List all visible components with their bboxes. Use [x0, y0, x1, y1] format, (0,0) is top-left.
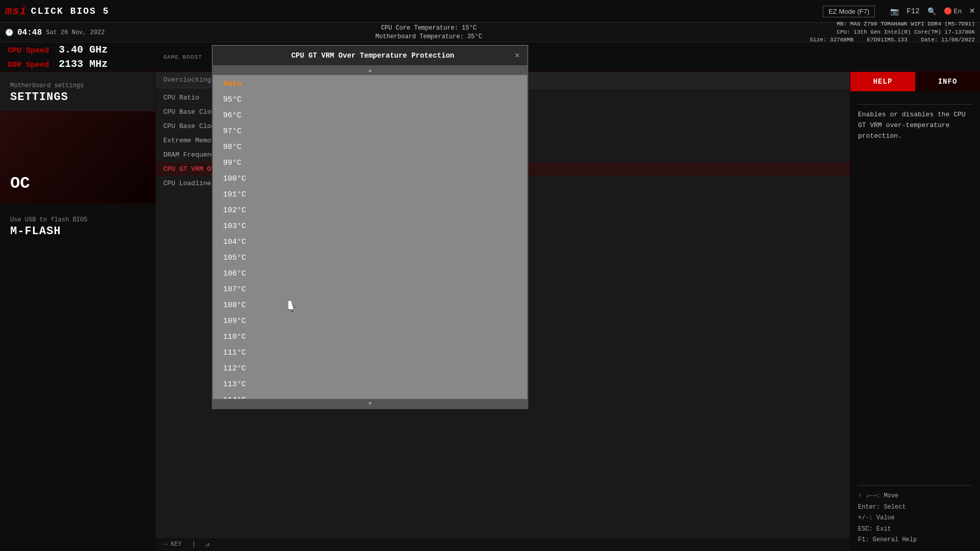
dropdown-list[interactable]: Auto95°C96°C97°C98°C99°C100°C101°C102°C1…: [213, 75, 527, 399]
date-label: Date:: [921, 37, 938, 43]
dropdown-item[interactable]: 106°C: [213, 266, 527, 282]
dropdown-item[interactable]: 111°C: [213, 345, 527, 361]
header-right: [850, 42, 980, 71]
top-right-controls: 📷 F12 🔍 🔴 En ×: [890, 6, 975, 16]
mflash-title: M-FLASH: [10, 225, 145, 238]
help-description: Enables or disables the CPU GT VRM over-…: [858, 110, 972, 141]
dropdown-item[interactable]: 114°C: [213, 392, 527, 399]
cpu-temp-row: CPU Core Temperature: 15°C: [381, 24, 476, 33]
mb-temp-value: 35°C: [468, 33, 482, 40]
nav-key2: ↺: [206, 541, 209, 548]
cpu-speed-label: CPU Speed: [8, 46, 54, 55]
keyboard-shortcuts: ↑ ↓←→: Move Enter: Select +/-: Value ESC…: [850, 480, 980, 551]
mb-name-row: MB: MAG Z790 TOMAHAWK WIFI DDR4 (MS-7D91…: [720, 20, 975, 28]
mflash-subtitle: Use USB to flash BIOS: [10, 216, 145, 223]
time-display: 04:48: [17, 28, 42, 37]
shortcut-enter: Enter: Select: [858, 502, 972, 513]
tab-info[interactable]: INFO: [915, 72, 980, 91]
shortcut-value: +/-: Value: [858, 513, 972, 524]
info-bar: 🕐 04:48 Sat 26 Nov, 2022 CPU Core Temper…: [0, 23, 980, 42]
mb-temp-label: Motherboard Temperature:: [376, 33, 464, 40]
dropdown-item[interactable]: 97°C: [213, 123, 527, 139]
language-button[interactable]: 🔴 En: [944, 7, 962, 15]
tab-help[interactable]: HELP: [850, 72, 915, 91]
left-sidebar: Motherboard settings SETTINGS OC Use USB…: [0, 72, 156, 551]
cpu-temp-label: CPU Core Temperature:: [381, 24, 458, 32]
sidebar-oc[interactable]: OC: [0, 112, 155, 204]
dropdown-title-bar: CPU GT VRM Over Temperature Protection ×: [213, 46, 527, 66]
cpu-name-label: CPU:: [837, 29, 850, 35]
sidebar-settings[interactable]: Motherboard settings SETTINGS: [0, 72, 155, 112]
dropdown-item[interactable]: 108°C: [213, 297, 527, 313]
mb-info-section: MB: MAG Z790 TOMAHAWK WIFI DDR4 (MS-7D91…: [720, 20, 975, 44]
mb-temp-row: Motherboard Temperature: 35°C: [376, 33, 482, 41]
dropdown-item[interactable]: 113°C: [213, 377, 527, 392]
mem-label: Size:: [810, 37, 826, 43]
ez-mode-button[interactable]: EZ Mode (F7): [823, 6, 875, 17]
nav-key1: → KEY: [163, 541, 182, 548]
dropdown-item[interactable]: Auto: [213, 76, 527, 92]
dropdown-item[interactable]: 110°C: [213, 329, 527, 345]
game-boost-label: GAME BOOST: [163, 54, 202, 60]
oc-background: OC: [0, 112, 155, 203]
cpu-temp-value: 15°C: [462, 24, 477, 32]
cpu-speed-row: CPU Speed 3.40 GHz: [8, 44, 148, 56]
mb-value: MAG Z790 TOMAHAWK WIFI DDR4 (MS-7D91): [850, 21, 975, 27]
language-label: En: [954, 8, 962, 15]
help-content: Enables or disables the CPU GT VRM over-…: [850, 91, 980, 480]
shortcut-f1: F1: General Help: [858, 535, 972, 546]
screenshot-icon[interactable]: 📷: [890, 7, 899, 16]
dropdown-item[interactable]: 104°C: [213, 234, 527, 250]
date-value: 11/08/2022: [941, 37, 975, 43]
clock-section: 🕐 04:48 Sat 26 Nov, 2022: [5, 28, 138, 37]
dropdown-item[interactable]: 105°C: [213, 250, 527, 266]
date-display: Sat 26 Nov, 2022: [46, 29, 105, 36]
dropdown-modal: CPU GT VRM Over Temperature Protection ×…: [212, 45, 528, 409]
ddr-speed-row: DDR Speed 2133 MHz: [8, 58, 148, 70]
mem-value: 32768MB: [830, 37, 853, 43]
cpu-name-value: 13th Gen Intel(R) Core(TM) i7-13700K: [853, 29, 975, 35]
search-icon[interactable]: 🔍: [927, 7, 936, 16]
cpu-name-row: CPU: 13th Gen Intel(R) Core(TM) i7-13700…: [720, 29, 975, 36]
dropdown-close-button[interactable]: ×: [515, 51, 520, 60]
temperature-section: CPU Core Temperature: 15°C Motherboard T…: [138, 24, 720, 41]
settings-title: SETTINGS: [10, 91, 145, 104]
dropdown-item[interactable]: 109°C: [213, 313, 527, 329]
sidebar-mflash[interactable]: Use USB to flash BIOS M-FLASH: [0, 204, 155, 248]
dropdown-item[interactable]: 96°C: [213, 108, 527, 123]
help-info-tabs: HELP INFO: [850, 72, 980, 91]
dropdown-item[interactable]: 112°C: [213, 361, 527, 377]
msi-logo: msi: [5, 5, 27, 18]
dropdown-item[interactable]: 95°C: [213, 92, 527, 108]
top-bar: msi CLICK BIOS 5 EZ Mode (F7) 📷 F12 🔍 🔴 …: [0, 0, 980, 23]
cpu-speed-value: 3.40 GHz: [59, 44, 108, 56]
bios-title: CLICK BIOS 5: [31, 6, 110, 16]
scroll-down-arrow[interactable]: ▼: [213, 399, 527, 408]
flag-icon: 🔴: [944, 7, 952, 15]
right-panel: HELP INFO Enables or disables the CPU GT…: [850, 72, 980, 551]
mb-label: MB:: [837, 21, 847, 27]
dropdown-item[interactable]: 103°C: [213, 218, 527, 234]
clock-icon: 🕐: [5, 29, 13, 37]
dropdown-item[interactable]: 99°C: [213, 155, 527, 171]
dropdown-item[interactable]: 102°C: [213, 203, 527, 218]
dropdown-title: CPU GT VRM Over Temperature Protection: [231, 52, 515, 60]
ddr-speed-value: 2133 MHz: [59, 58, 108, 70]
shortcut-move: ↑ ↓←→: Move: [858, 491, 972, 502]
dropdown-item[interactable]: 100°C: [213, 171, 527, 187]
shortcut-divider: [858, 485, 972, 486]
dropdown-item[interactable]: 107°C: [213, 282, 527, 297]
nav-separator: |: [192, 541, 195, 548]
right-divider: [858, 104, 972, 105]
dropdown-item[interactable]: 98°C: [213, 139, 527, 155]
settings-subtitle: Motherboard settings: [10, 82, 145, 89]
nav-keys: → KEY | ↺: [156, 538, 850, 551]
close-button[interactable]: ×: [969, 6, 975, 16]
speed-section: CPU Speed 3.40 GHz DDR Speed 2133 MHz: [0, 42, 156, 71]
ddr-speed-label: DDR Speed: [8, 61, 54, 69]
scroll-up-arrow[interactable]: ▲: [213, 66, 527, 75]
dropdown-item[interactable]: 101°C: [213, 187, 527, 203]
bios-version: E7D91IMS.133: [867, 37, 908, 43]
oc-title: OC: [10, 174, 30, 193]
f12-label: F12: [906, 7, 919, 15]
